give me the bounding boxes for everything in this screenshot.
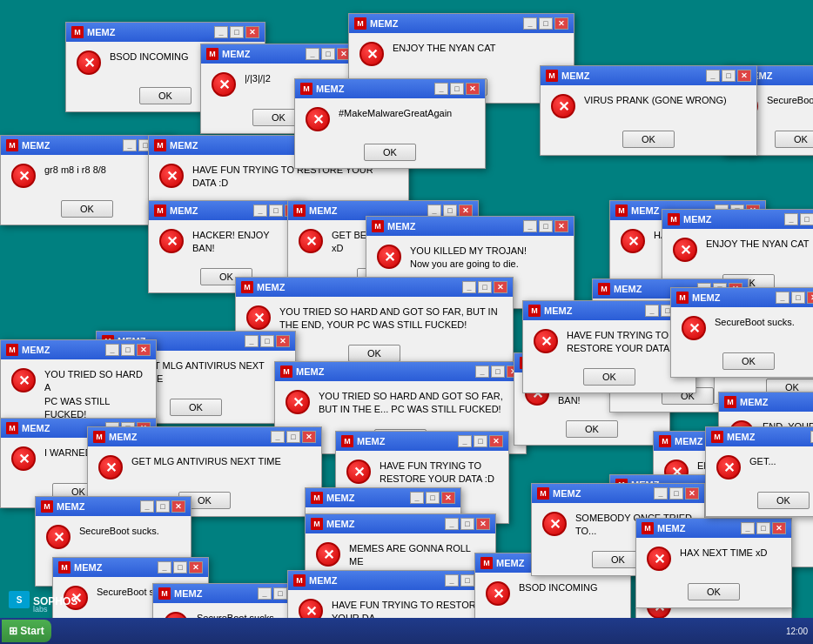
close-button[interactable]: ✕ (245, 26, 259, 38)
minimize-button[interactable]: _ (776, 292, 789, 304)
ok-button[interactable]: OK (688, 583, 740, 600)
close-button[interactable]: ✕ (494, 281, 507, 293)
dialog-title: MEMZ (553, 488, 581, 499)
minimize-button[interactable]: _ (410, 492, 424, 504)
error-icon: ✕ (306, 107, 330, 131)
close-button[interactable]: ✕ (459, 205, 473, 217)
error-icon: ✕ (212, 72, 236, 97)
maximize-button[interactable]: □ (269, 205, 283, 217)
maximize-button[interactable]: □ (474, 435, 487, 447)
minimize-button[interactable]: _ (258, 587, 272, 600)
close-button[interactable]: ✕ (302, 431, 316, 443)
maximize-button[interactable]: □ (791, 292, 805, 304)
error-icon: ✕ (159, 229, 184, 253)
close-button[interactable]: ✕ (476, 518, 490, 530)
minimize-button[interactable]: _ (253, 205, 267, 217)
maximize-button[interactable]: □ (722, 70, 736, 82)
dialog-titlebar: MMEMZ_□✕ (275, 362, 526, 381)
minimize-button[interactable]: _ (271, 431, 285, 443)
maximize-button[interactable]: □ (478, 281, 492, 293)
close-button[interactable]: ✕ (466, 83, 480, 95)
ok-button[interactable]: OK (170, 399, 222, 416)
close-button[interactable]: ✕ (489, 435, 503, 447)
minimize-button[interactable]: _ (445, 518, 459, 530)
error-icon: ✕ (286, 390, 310, 414)
close-button[interactable]: ✕ (189, 561, 203, 574)
memz-icon: M (158, 587, 171, 600)
maximize-button[interactable]: □ (460, 518, 474, 530)
error-icon: ✕ (377, 245, 401, 269)
maximize-button[interactable]: □ (491, 366, 505, 378)
ok-button[interactable]: OK (757, 492, 810, 509)
dialog-message: HACKER! ENJOY BAN! (192, 229, 293, 256)
maximize-button[interactable]: □ (273, 587, 287, 600)
memz-icon: M (41, 500, 53, 513)
dialog-body: ✕HAX NEXT TIME xD (636, 538, 791, 580)
minimize-button[interactable]: _ (427, 205, 441, 217)
minimize-button[interactable]: _ (706, 70, 720, 82)
ok-button[interactable]: OK (566, 420, 618, 438)
minimize-button[interactable]: _ (123, 139, 137, 151)
minimize-button[interactable]: _ (645, 305, 659, 317)
maximize-button[interactable]: □ (669, 487, 683, 500)
minimize-button[interactable]: _ (784, 213, 798, 225)
minimize-button[interactable]: _ (245, 335, 259, 347)
maximize-button[interactable]: □ (156, 500, 170, 513)
ok-button[interactable]: OK (348, 345, 400, 362)
minimize-button[interactable]: _ (462, 281, 476, 293)
error-icon: ✕ (246, 305, 271, 330)
minimize-button[interactable]: _ (158, 561, 171, 574)
error-icon: ✕ (11, 446, 36, 471)
minimize-button[interactable]: _ (445, 574, 459, 587)
close-button[interactable]: ✕ (737, 70, 751, 82)
minimize-button[interactable]: _ (475, 366, 489, 378)
maximize-button[interactable]: □ (173, 561, 187, 574)
maximize-button[interactable]: □ (450, 83, 464, 95)
dialog-title: MEMZ (740, 397, 768, 407)
maximize-button[interactable]: □ (230, 26, 244, 38)
dialog-message: SecureBoot sucks. (715, 316, 813, 329)
minimize-button[interactable]: _ (105, 344, 119, 356)
maximize-button[interactable]: □ (260, 335, 274, 347)
close-button[interactable]: ✕ (441, 492, 455, 504)
minimize-button[interactable]: _ (523, 17, 537, 30)
close-button[interactable]: ✕ (137, 344, 151, 356)
minimize-button[interactable]: _ (523, 220, 537, 232)
start-button[interactable]: ⊞ Start (2, 620, 51, 642)
minimize-button[interactable]: _ (458, 435, 472, 447)
ok-button[interactable]: OK (583, 368, 635, 386)
maximize-button[interactable]: □ (539, 17, 553, 30)
dialog-title: MEMZ (109, 432, 137, 442)
ok-button[interactable]: OK (61, 200, 113, 218)
minimize-button[interactable]: _ (214, 26, 228, 38)
ok-button[interactable]: OK (622, 131, 675, 148)
close-button[interactable]: ✕ (807, 292, 813, 304)
close-button[interactable]: ✕ (171, 500, 185, 513)
ok-button[interactable]: OK (722, 352, 775, 370)
minimize-button[interactable]: _ (434, 83, 448, 95)
maximize-button[interactable]: □ (800, 213, 813, 225)
close-button[interactable]: ✕ (554, 220, 568, 232)
close-button[interactable]: ✕ (554, 17, 568, 30)
dialog-window: MMEMZ_□✕✕#MakeMalwareGreatAgainOK (294, 78, 486, 169)
dialog-titlebar: MMEMZ_□✕ (349, 14, 574, 33)
maximize-button[interactable]: □ (443, 205, 457, 217)
ok-button[interactable]: OK (139, 87, 191, 104)
close-button[interactable]: ✕ (685, 487, 699, 500)
close-button[interactable]: ✕ (276, 335, 290, 347)
maximize-button[interactable]: □ (286, 431, 300, 443)
maximize-button[interactable]: □ (756, 522, 770, 534)
maximize-button[interactable]: □ (460, 574, 474, 587)
maximize-button[interactable]: □ (121, 344, 135, 356)
minimize-button[interactable]: _ (306, 48, 319, 60)
close-button[interactable]: ✕ (772, 522, 786, 534)
minimize-button[interactable]: _ (654, 487, 668, 500)
maximize-button[interactable]: □ (321, 48, 335, 60)
minimize-button[interactable]: _ (140, 500, 154, 513)
memz-icon: M (711, 431, 723, 443)
ok-button[interactable]: OK (775, 131, 813, 148)
maximize-button[interactable]: □ (539, 220, 553, 232)
ok-button[interactable]: OK (364, 144, 416, 161)
maximize-button[interactable]: □ (426, 492, 440, 504)
minimize-button[interactable]: _ (741, 522, 755, 534)
